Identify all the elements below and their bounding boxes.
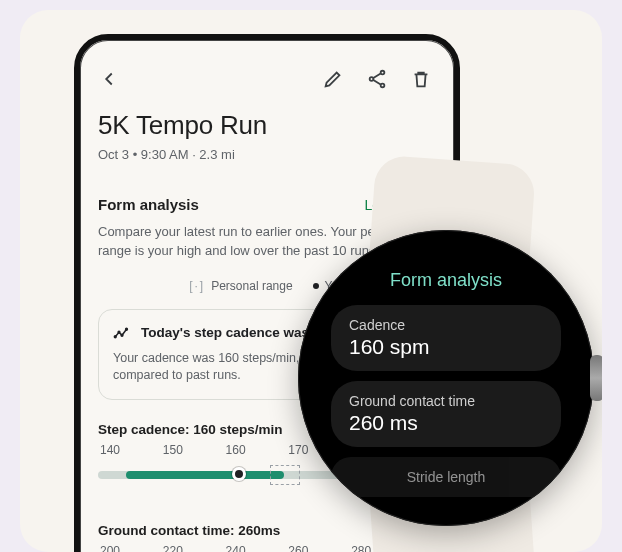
cadence-personal-range xyxy=(126,471,284,479)
watch-metric-value: 260 ms xyxy=(349,411,543,435)
watch-metric-stride[interactable]: Stride length xyxy=(331,457,561,497)
delete-icon[interactable] xyxy=(410,68,432,90)
watch-title: Form analysis xyxy=(390,270,502,291)
watch-metric-cadence[interactable]: Cadence 160 spm xyxy=(331,305,561,371)
cadence-range-bracket xyxy=(270,465,300,485)
topbar-actions xyxy=(322,68,432,90)
watch-metric-label: Ground contact time xyxy=(349,393,543,409)
legend-personal-range: [·]Personal range xyxy=(189,279,292,293)
workout-title: 5K Tempo Run xyxy=(98,110,436,141)
svg-point-6 xyxy=(126,328,128,330)
watch-metric-label: Cadence xyxy=(349,317,543,333)
svg-point-2 xyxy=(381,84,385,88)
svg-point-5 xyxy=(121,334,123,336)
workout-subtitle: Oct 3 • 9:30 AM · 2.3 mi xyxy=(98,147,436,162)
watch-metric-label: Stride length xyxy=(349,469,543,485)
watch-metric-value: 160 spm xyxy=(349,335,543,359)
trend-icon xyxy=(113,324,131,342)
phone-topbar xyxy=(98,58,436,100)
watch-frame: Form analysis Cadence 160 spm Ground con… xyxy=(298,230,594,526)
svg-point-0 xyxy=(381,71,385,75)
cadence-you-marker xyxy=(232,467,246,481)
share-icon[interactable] xyxy=(366,68,388,90)
svg-point-1 xyxy=(370,77,374,81)
watch-face: Form analysis Cadence 160 spm Ground con… xyxy=(298,230,594,526)
svg-point-4 xyxy=(118,331,120,333)
back-arrow-icon[interactable] xyxy=(98,68,120,90)
section-label: Form analysis xyxy=(98,196,199,213)
edit-icon[interactable] xyxy=(322,68,344,90)
promo-card: 5K Tempo Run Oct 3 • 9:30 AM · 2.3 mi Fo… xyxy=(20,10,602,552)
svg-point-3 xyxy=(114,336,116,338)
watch-metric-gct[interactable]: Ground contact time 260 ms xyxy=(331,381,561,447)
